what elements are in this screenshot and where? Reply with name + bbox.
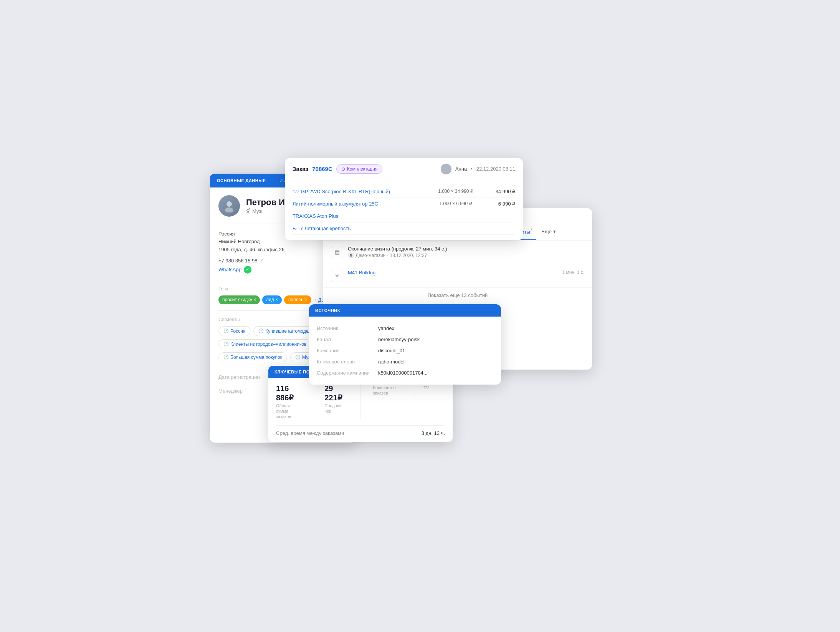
- avatar: [218, 195, 240, 217]
- activity-icon-view: 👁: [331, 270, 343, 282]
- metric-ltv: LTV: [422, 384, 445, 420]
- activity-content-1: M41 Bulldog: [348, 270, 557, 275]
- source-key-0: Источник: [317, 325, 378, 331]
- gender-icon: ⚥: [246, 208, 251, 214]
- source-body: Источник yandex Канал nereklamnyy-poisk …: [309, 317, 501, 385]
- item-price-0: 34 990 ₽: [481, 189, 515, 194]
- order-status[interactable]: ⊙ Комплектация: [336, 164, 383, 174]
- source-key-3: Ключевое слово: [317, 359, 378, 365]
- tag-лоялен[interactable]: лоялен ×: [284, 295, 311, 304]
- order-user: Анна: [455, 166, 467, 172]
- order-item-3: Б-17 Летающая крепость: [293, 222, 515, 235]
- activity-title-1[interactable]: M41 Bulldog: [348, 270, 557, 275]
- metrics-row: 116 886₽ Общая сумма заказов 29 221₽ Сре…: [276, 384, 445, 420]
- source-key-1: Канал: [317, 337, 378, 342]
- activity-meta-0: R Демо-магазин · 13.12.2020, 12:27: [348, 252, 584, 259]
- whatsapp-icon: ✓: [244, 266, 251, 274]
- source-row-0: Источник yandex: [309, 323, 501, 334]
- order-item-0: 1/7 GP 2WD Scorpion B-XXL RTR(Черный) 1.…: [293, 186, 515, 198]
- activity-body: ▤ Окончание визита (продолж. 27 мин. 34 …: [323, 241, 592, 303]
- segment-icon-5: 🕐: [295, 355, 301, 360]
- activity-item-1: 👁 M41 Bulldog 1 мин. 1 с.: [323, 264, 592, 288]
- segment-icon-2: 🕐: [258, 328, 264, 333]
- order-label: Заказ: [293, 166, 308, 172]
- segment-icon-4: 🕐: [223, 355, 229, 360]
- whatsapp-link[interactable]: WhatsApp: [218, 267, 241, 272]
- source-row-2: Кампания discount_01: [309, 345, 501, 356]
- order-date: 22.12.2020 08:11: [476, 166, 515, 172]
- source-badge: R Демо-магазин · 13.12.2020, 12:27: [348, 252, 427, 259]
- metric-avg-check: 29 221₽ Средний чек: [324, 384, 348, 420]
- tab-еще[interactable]: Ещё ▾: [537, 224, 559, 240]
- metric-count: Количество заказов: [373, 384, 397, 420]
- source-key-2: Кампания: [317, 348, 378, 353]
- metrics-body: 116 886₽ Общая сумма заказов 29 221₽ Сре…: [268, 378, 453, 443]
- item-name-2[interactable]: TRAXXAS Aton Plus: [293, 213, 431, 219]
- item-price-1: 6 990 ₽: [481, 201, 515, 207]
- order-title-row: Заказ 70869С ⊙ Комплектация: [293, 164, 382, 174]
- order-id[interactable]: 70869С: [312, 166, 332, 172]
- activity-time-1: 1 мин. 1 с.: [562, 270, 584, 275]
- metric-avg-value: 29 221₽: [324, 384, 348, 402]
- item-name-0[interactable]: 1/7 GP 2WD Scorpion B-XXL RTR(Черный): [293, 189, 431, 194]
- metric-total: 116 886₽ Общая сумма заказов: [276, 384, 299, 420]
- source-val-2: discount_01: [378, 348, 405, 353]
- order-header: Заказ 70869С ⊙ Комплектация Анна • 22.12…: [285, 158, 523, 180]
- metric-avg-label: Средний чек: [324, 403, 348, 414]
- source-val-3: radio-model: [378, 359, 405, 365]
- retailcrm-icon: R: [348, 252, 354, 259]
- source-val-0: yandex: [378, 325, 394, 331]
- segment-icon-3: 🕐: [223, 342, 229, 347]
- segment-россия[interactable]: 🕐 Россия: [218, 326, 250, 336]
- segment-сумма[interactable]: 🕐 Большая сумма покупок: [218, 352, 287, 362]
- activity-item-0: ▤ Окончание визита (продолж. 27 мин. 34 …: [323, 241, 592, 264]
- metric-total-value: 116 886₽: [276, 384, 299, 402]
- source-row-4: Содержание кампании k50id010000001784...: [309, 367, 501, 378]
- source-val-1: nereklamnyy-poisk: [378, 337, 420, 342]
- metric-divider-3: [409, 384, 409, 420]
- source-row-1: Канал nereklamnyy-poisk: [309, 334, 501, 345]
- order-meta: Анна • 22.12.2020 08:11: [441, 164, 515, 174]
- activity-title-0: Окончание визита (продолж. 27 мин. 34 с.…: [348, 246, 584, 252]
- item-name-1[interactable]: Литий-полимерный аккумулятор 25С: [293, 201, 431, 207]
- order-item-1: Литий-полимерный аккумулятор 25С 1.000 ×…: [293, 198, 515, 210]
- activity-icon-visit: ▤: [331, 246, 343, 258]
- order-card: Заказ 70869С ⊙ Комплектация Анна • 22.12…: [285, 158, 523, 240]
- metric-ltv-label: LTV: [422, 385, 445, 390]
- svg-point-1: [225, 207, 233, 212]
- metric-divider-1: [312, 384, 312, 420]
- source-card: ИСТОЧНИК Источник yandex Канал nereklamn…: [309, 304, 501, 385]
- order-items: 1/7 GP 2WD Scorpion B-XXL RTR(Черный) 1.…: [285, 180, 523, 240]
- source-row-3: Ключевое слово radio-model: [309, 356, 501, 367]
- show-more-button[interactable]: Показать еще 13 событий: [323, 288, 592, 303]
- avg-row: Сред. время между заказами 3 дн. 13 ч.: [276, 425, 445, 436]
- segment-города[interactable]: 🕐 Клиенты из городов–миллионников: [218, 339, 311, 349]
- source-key-4: Содержание кампании: [317, 370, 378, 376]
- activity-content-0: Окончание визита (продолж. 27 мин. 34 с.…: [348, 246, 584, 259]
- status-icon: ⊙: [341, 166, 345, 172]
- svg-point-0: [227, 201, 232, 207]
- tab-основные-данные[interactable]: ОСНОВНЫЕ ДАННЫЕ: [210, 174, 273, 187]
- avg-label: Сред. время между заказами: [276, 430, 344, 436]
- tag-просит-скидку[interactable]: просит скидку ×: [218, 295, 260, 304]
- calendar-icon: ▤: [335, 249, 340, 255]
- order-user-avatar: [441, 164, 451, 174]
- order-item-2: TRAXXAS Aton Plus: [293, 210, 515, 222]
- tag-лид[interactable]: лид ×: [262, 295, 282, 304]
- source-header: ИСТОЧНИК: [309, 304, 501, 317]
- segment-icon: 🕐: [223, 328, 229, 333]
- eye-icon: 👁: [335, 273, 340, 279]
- source-val-4: k50id010000001784...: [378, 370, 428, 376]
- avg-value: 3 дн. 13 ч.: [422, 430, 445, 436]
- metric-count-label: Количество заказов: [373, 385, 397, 396]
- item-name-3[interactable]: Б-17 Летающая крепость: [293, 226, 431, 231]
- metric-total-label: Общая сумма заказов: [276, 403, 299, 420]
- item-qty-1: 1.000 × 6 990 ₽: [431, 201, 481, 206]
- phone-check-icon: ✓: [260, 258, 264, 263]
- metric-divider-2: [360, 384, 361, 420]
- item-qty-0: 1.000 × 34 990 ₽: [431, 189, 481, 194]
